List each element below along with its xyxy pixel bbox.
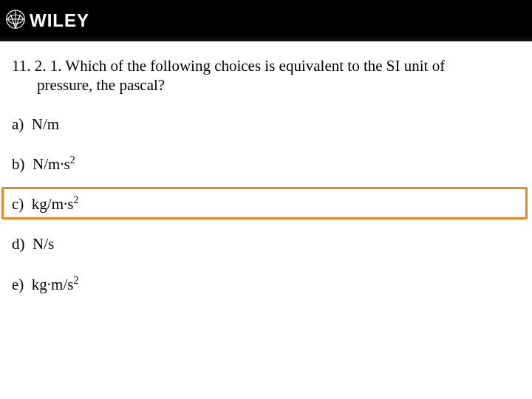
question-part1: Which of the following choices is equiva… [65,57,445,75]
choice-body: N/m [32,115,59,133]
choice-body: kg·m/s [32,276,74,293]
choice-label: c) kg/m·s2 [12,194,78,214]
brand-text: WILEY [30,10,89,31]
choice-letter: d) [12,235,25,253]
choice-label: d) N/s [12,234,54,253]
choice-label: b) N/m·s2 [12,154,75,174]
choice-body: N/m·s [33,155,70,173]
choice-e: e) kg·m/s2 [12,275,520,294]
choice-d: d) N/s [12,234,520,253]
choice-a: a) N/m [12,115,520,134]
slide-content: 11. 2. 1. Which of the following choices… [0,41,532,315]
choice-c: c) kg/m·s2 [12,194,520,214]
brand-logo: WILEY [6,10,89,32]
choice-body: kg/m·s [32,195,74,213]
choice-sup: 2 [73,275,78,286]
header-bar: WILEY [0,0,532,41]
choice-body: N/s [33,235,54,253]
question-line-2: pressure, the pascal? [12,75,520,95]
question-number: 11. 2. 1. [12,57,61,75]
choice-label: a) N/m [12,115,59,134]
choice-sup: 2 [73,194,78,205]
brand-logo-icon [6,10,25,32]
choice-b: b) N/m·s2 [12,154,520,174]
choice-sup: 2 [70,154,75,166]
choice-label: e) kg·m/s2 [12,275,78,294]
choice-letter: e) [12,276,24,293]
choice-letter: c) [12,195,24,213]
question-text: 11. 2. 1. Which of the following choices… [12,56,520,95]
answer-highlight-box [1,187,528,219]
choice-list: a) N/m b) N/m·s2 c) kg/m·s2 d) N/s [12,115,520,315]
question-line-1: 11. 2. 1. Which of the following choices… [12,56,520,75]
choice-letter: b) [12,155,25,173]
choice-letter: a) [12,115,24,133]
